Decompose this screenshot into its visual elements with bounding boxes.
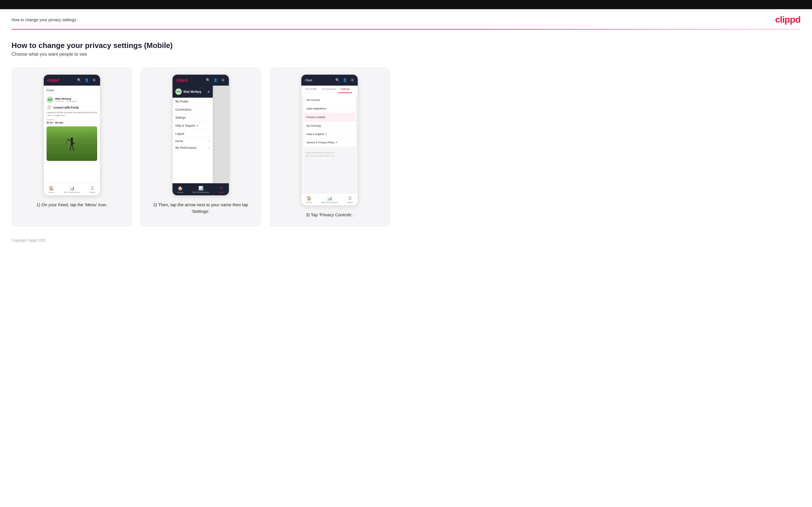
settings-item-service-privacy[interactable]: Service & Privacy Policy ↗: [304, 138, 355, 147]
menu-background-overlay: [213, 86, 229, 183]
settings-tabs: My Profile Connections Settings: [301, 86, 358, 93]
feed-duration-label: Duration: [47, 119, 97, 121]
menu-item-settings[interactable]: Settings: [172, 114, 213, 122]
feed-avatar: BM: [47, 96, 53, 103]
svg-line-5: [70, 145, 71, 151]
phone-nav-icons-2: 🔍 👤 ⚙: [205, 77, 225, 83]
settings-item-my-golf-bag[interactable]: My Golf Bag ›: [304, 121, 355, 130]
step-3-caption: 3) Tap 'Privacy Controls'.: [306, 212, 353, 218]
menu-section-performance: My Performance ∨: [172, 145, 213, 151]
tab-connections[interactable]: Connections: [319, 86, 338, 93]
menu-section-home: Home ∨: [172, 138, 213, 145]
phone-mockup-2: clippd 🔍 👤 ⚙ BM: [172, 74, 230, 196]
phone-bottom-bar-2: 🏠 Home 📊 My Performance ✕ Menu: [172, 183, 229, 195]
menu-panel: BM Blair McHarg ∧ My Profile Connections…: [172, 86, 213, 183]
bottom-performance-2: 📊 My Performance: [192, 186, 209, 193]
search-icon: 🔍: [77, 77, 82, 83]
main-content: How to change your privacy settings (Mob…: [0, 30, 812, 233]
feed-user-info: Blair McHarg Yesterday · Sunningdale: [55, 97, 77, 102]
feed-lesson-title: Lesson with Fordy: [53, 106, 79, 109]
copyright-text: Copyright Clippd 2022: [11, 238, 46, 242]
phone-logo-1: clippd: [47, 78, 59, 82]
menu-expand-arrow: ∧: [207, 90, 210, 94]
tab-settings[interactable]: Settings: [338, 86, 352, 93]
settings-back-bar: ‹ Back 🔍 👤 ⚙: [301, 75, 358, 86]
search-icon-2: 🔍: [205, 77, 210, 83]
feed-screen: Feed BM Blair McHarg Yesterday · Sunning…: [44, 86, 100, 183]
back-button[interactable]: ‹ Back: [304, 79, 312, 82]
settings-item-my-account[interactable]: My Account ›: [304, 96, 355, 104]
step-1-caption: 1) On your Feed, tap the 'Menu' icon.: [37, 202, 107, 208]
feed-duration-value: 01 hr : 30 min: [47, 121, 97, 124]
page-title: How to change your privacy settings (Mob…: [11, 41, 801, 50]
phone-mockup-1: clippd 🔍 👤 ⚙ Feed BM: [43, 74, 101, 196]
feed-lesson-row: 📋 Lesson with Fordy: [47, 105, 97, 110]
bottom-performance-1: 📊 My Performance: [63, 186, 81, 193]
step-2-card: clippd 🔍 👤 ⚙ BM: [140, 67, 261, 227]
person-icon-3: 👤: [342, 77, 347, 83]
phone-bottom-bar-1: 🏠 Home 📊 My Performance ☰ Menu: [44, 183, 100, 195]
menu-item-profile[interactable]: My Profile: [172, 98, 213, 106]
search-icon-3: 🔍: [335, 77, 340, 83]
phone-nav-1: clippd 🔍 👤 ⚙: [44, 75, 100, 86]
bottom-home-3: 🏠 Home: [306, 196, 312, 204]
feed-post-header: BM Blair McHarg Yesterday · Sunningdale: [47, 96, 97, 103]
footer: Copyright Clippd 2022: [0, 233, 812, 248]
step-2-caption: 2) Then, tap the arrow next to your name…: [146, 202, 255, 215]
menu-item-connections[interactable]: Connections: [172, 106, 213, 114]
feed-username: Blair McHarg: [55, 97, 77, 100]
tab-my-profile[interactable]: My Profile: [303, 86, 319, 93]
bottom-performance-3: 📊 My Performance: [321, 196, 338, 204]
settings-item-data-integrations[interactable]: Data Integrations ›: [304, 104, 355, 113]
steps-container: clippd 🔍 👤 ⚙ Feed BM: [11, 67, 801, 227]
feed-meta: Yesterday · Sunningdale: [55, 100, 77, 102]
settings-item-privacy-controls[interactable]: Privacy Controls ›: [304, 113, 355, 121]
golfer-figure: [65, 137, 79, 158]
phone-logo-2: clippd: [176, 78, 188, 82]
menu-item-help[interactable]: Help & Support ↗: [172, 122, 213, 130]
feed-tab-bar: Feed: [44, 86, 100, 94]
svg-point-1: [71, 137, 73, 140]
svg-line-7: [66, 139, 67, 144]
phone-nav-2: clippd 🔍 👤 ⚙: [172, 75, 229, 86]
person-icon-2: 👤: [213, 77, 218, 83]
version-line2: GQL Server Version: 2022.7.30-1: [305, 154, 354, 157]
settings-icon-3: ⚙: [350, 77, 355, 83]
svg-line-6: [73, 145, 74, 151]
settings-item-help-support[interactable]: Help & Support ↗: [304, 130, 355, 138]
feed-golf-image: [47, 126, 97, 161]
bottom-menu-1: ☰ Menu: [90, 186, 96, 193]
feed-tab-label: Feed: [47, 89, 54, 92]
menu-username: Blair McHarg: [184, 90, 201, 93]
feed-description: Looking to feel like my hands are exitin…: [47, 111, 97, 117]
bottom-home-1: 🏠 Home: [48, 186, 54, 193]
person-icon: 👤: [84, 77, 89, 83]
breadcrumb: How to change your privacy settings: [11, 17, 76, 22]
header: How to change your privacy settings clip…: [0, 9, 812, 29]
settings-icon-2: ⚙: [220, 77, 225, 83]
feed-post: BM Blair McHarg Yesterday · Sunningdale …: [44, 94, 100, 163]
settings-version: Clippd Client Version: 2022.8.3-3 GQL Se…: [301, 149, 358, 160]
logo: clippd: [775, 14, 801, 25]
version-line1: Clippd Client Version: 2022.8.3-3: [305, 151, 354, 154]
lesson-icon: 📋: [47, 105, 52, 110]
phone-nav-icons-1: 🔍 👤 ⚙: [77, 77, 97, 83]
page-subtitle: Choose what you want people to see: [11, 52, 801, 57]
settings-list: My Account › Data Integrations › Privacy…: [304, 96, 355, 147]
step-1-card: clippd 🔍 👤 ⚙ Feed BM: [11, 67, 132, 227]
menu-item-logout[interactable]: Logout: [172, 130, 213, 138]
menu-avatar: BM: [175, 89, 182, 95]
menu-user-row: BM Blair McHarg ∧: [172, 86, 213, 98]
phone-nav-icons-3: 🔍 👤 ⚙: [335, 77, 355, 83]
phone-bottom-bar-3: 🏠 Home 📊 My Performance ☰ Menu: [301, 193, 358, 206]
menu-screen: BM Blair McHarg ∧ My Profile Connections…: [172, 86, 229, 183]
step-3-card: ‹ Back 🔍 👤 ⚙ My Profile Connections Sett…: [269, 67, 390, 227]
settings-icon: ⚙: [92, 77, 97, 83]
bottom-home-2: 🏠 Home: [177, 186, 183, 193]
phone-mockup-3: ‹ Back 🔍 👤 ⚙ My Profile Connections Sett…: [301, 74, 358, 206]
menu-overlay: BM Blair McHarg ∧ My Profile Connections…: [172, 86, 229, 183]
bottom-close-2: ✕ Menu: [218, 186, 224, 193]
top-bar: [0, 0, 812, 9]
bottom-menu-3: ☰ Menu: [347, 196, 353, 204]
settings-screen: My Account › Data Integrations › Privacy…: [301, 96, 358, 193]
